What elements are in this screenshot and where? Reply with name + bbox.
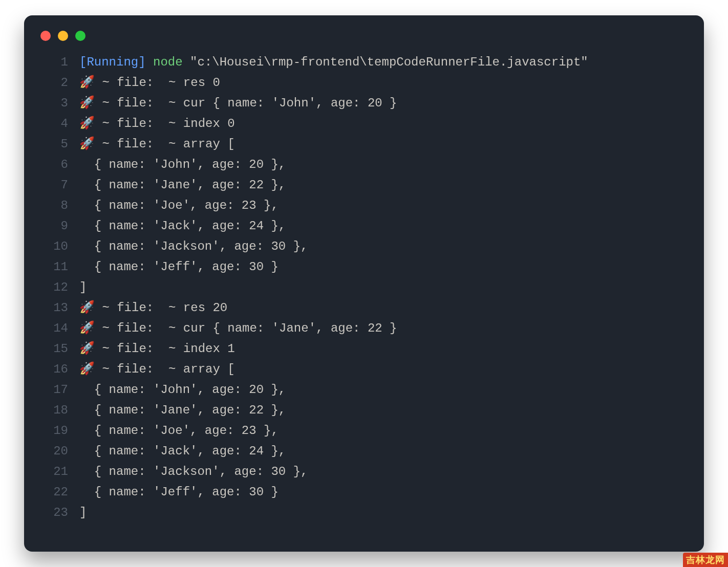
- output-line: 11 { name: 'Jeff', age: 30 }: [38, 257, 690, 277]
- line-content: { name: 'Joe', age: 23 },: [79, 195, 279, 216]
- line-content: { name: 'Jane', age: 22 },: [79, 175, 286, 195]
- line-content: { name: 'Jeff', age: 30 }: [79, 257, 279, 277]
- output-line: 8 { name: 'Joe', age: 23 },: [38, 195, 690, 216]
- line-content: ]: [79, 503, 87, 523]
- line-content: { name: 'Jack', age: 24 },: [79, 216, 286, 236]
- line-number: 9: [38, 216, 79, 236]
- output-line: 4🚀 ~ file: ~ index 0: [38, 114, 690, 134]
- line-number: 7: [38, 175, 79, 195]
- window-controls: [38, 28, 690, 52]
- line-content: 🚀 ~ file: ~ res 0: [79, 73, 220, 93]
- output-line: 6 { name: 'John', age: 20 },: [38, 155, 690, 175]
- line-number: 17: [38, 380, 79, 400]
- line-content: 🚀 ~ file: ~ cur { name: 'John', age: 20 …: [79, 93, 397, 114]
- terminal-output[interactable]: 1 [Running] node "c:\Housei\rmp-frontend…: [38, 52, 690, 523]
- line-number: 8: [38, 195, 79, 216]
- running-tag: [Running]: [79, 55, 146, 69]
- output-line: 1 [Running] node "c:\Housei\rmp-frontend…: [38, 52, 690, 73]
- output-line: 16🚀 ~ file: ~ array [: [38, 359, 690, 380]
- line-number: 2: [38, 73, 79, 93]
- line-content: [Running] node "c:\Housei\rmp-frontend\t…: [79, 52, 588, 73]
- line-content: ]: [79, 277, 87, 298]
- line-content: { name: 'John', age: 20 },: [79, 380, 286, 400]
- output-line: 5🚀 ~ file: ~ array [: [38, 134, 690, 155]
- line-number: 15: [38, 339, 79, 359]
- line-number: 1: [38, 52, 79, 73]
- line-number: 18: [38, 400, 79, 421]
- output-line: 22 { name: 'Jeff', age: 30 }: [38, 482, 690, 503]
- line-content: { name: 'Jane', age: 22 },: [79, 400, 286, 421]
- output-line: 13🚀 ~ file: ~ res 20: [38, 298, 690, 318]
- watermark-badge: 吉林龙网: [683, 553, 728, 567]
- output-line: 12]: [38, 277, 690, 298]
- line-number: 3: [38, 93, 79, 114]
- output-line: 18 { name: 'Jane', age: 22 },: [38, 400, 690, 421]
- terminal-window: 1 [Running] node "c:\Housei\rmp-frontend…: [24, 15, 704, 552]
- line-content: 🚀 ~ file: ~ array [: [79, 134, 235, 155]
- line-number: 13: [38, 298, 79, 318]
- command-path: "c:\Housei\rmp-frontend\tempCodeRunnerFi…: [190, 55, 588, 69]
- line-number: 21: [38, 462, 79, 482]
- output-line: 10 { name: 'Jackson', age: 30 },: [38, 236, 690, 257]
- line-number: 11: [38, 257, 79, 277]
- line-content: { name: 'Jeff', age: 30 }: [79, 482, 279, 503]
- minimize-icon[interactable]: [58, 31, 68, 41]
- line-content: 🚀 ~ file: ~ index 0: [79, 114, 235, 134]
- output-line: 23]: [38, 503, 690, 523]
- line-content: 🚀 ~ file: ~ res 20: [79, 298, 227, 318]
- line-content: { name: 'Jackson', age: 30 },: [79, 236, 308, 257]
- line-number: 5: [38, 134, 79, 155]
- line-number: 16: [38, 359, 79, 380]
- output-line: 9 { name: 'Jack', age: 24 },: [38, 216, 690, 236]
- zoom-icon[interactable]: [75, 31, 85, 41]
- line-number: 6: [38, 155, 79, 175]
- line-content: { name: 'Jack', age: 24 },: [79, 441, 286, 462]
- output-line: 19 { name: 'Joe', age: 23 },: [38, 421, 690, 441]
- line-content: { name: 'Jackson', age: 30 },: [79, 462, 308, 482]
- command-name: node: [153, 55, 183, 69]
- output-line: 15🚀 ~ file: ~ index 1: [38, 339, 690, 359]
- line-number: 14: [38, 318, 79, 339]
- line-content: { name: 'Joe', age: 23 },: [79, 421, 279, 441]
- output-line: 20 { name: 'Jack', age: 24 },: [38, 441, 690, 462]
- output-line: 3🚀 ~ file: ~ cur { name: 'John', age: 20…: [38, 93, 690, 114]
- line-number: 20: [38, 441, 79, 462]
- line-number: 22: [38, 482, 79, 503]
- line-number: 12: [38, 277, 79, 298]
- line-content: 🚀 ~ file: ~ cur { name: 'Jane', age: 22 …: [79, 318, 397, 339]
- output-line: 14🚀 ~ file: ~ cur { name: 'Jane', age: 2…: [38, 318, 690, 339]
- output-line: 2🚀 ~ file: ~ res 0: [38, 73, 690, 93]
- output-line: 7 { name: 'Jane', age: 22 },: [38, 175, 690, 195]
- line-content: { name: 'John', age: 20 },: [79, 155, 286, 175]
- line-number: 19: [38, 421, 79, 441]
- output-line: 17 { name: 'John', age: 20 },: [38, 380, 690, 400]
- line-number: 10: [38, 236, 79, 257]
- output-line: 21 { name: 'Jackson', age: 30 },: [38, 462, 690, 482]
- close-icon[interactable]: [40, 31, 51, 41]
- line-content: 🚀 ~ file: ~ index 1: [79, 339, 235, 359]
- line-number: 4: [38, 114, 79, 134]
- line-number: 23: [38, 503, 79, 523]
- line-content: 🚀 ~ file: ~ array [: [79, 359, 235, 380]
